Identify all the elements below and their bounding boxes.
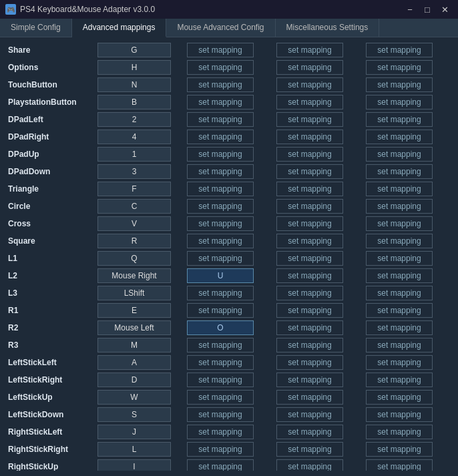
set-mapping-2-20[interactable]: set mapping [276, 390, 343, 405]
key-button-8[interactable]: F [97, 182, 171, 196]
set-mapping-1-3[interactable]: set mapping [187, 95, 254, 109]
key-button-14[interactable]: LShift [97, 286, 171, 300]
key-button-21[interactable]: S [97, 407, 171, 422]
set-mapping-1-2[interactable]: set mapping [187, 77, 254, 92]
tab-misc[interactable]: Miscellaneous Settings [276, 19, 380, 37]
set-mapping-3-10[interactable]: set mapping [366, 216, 433, 231]
set-mapping-3-2[interactable]: set mapping [366, 77, 433, 92]
set-mapping-1-6[interactable]: set mapping [187, 147, 254, 162]
set-mapping-1-19[interactable]: set mapping [187, 373, 254, 387]
set-mapping-3-3[interactable]: set mapping [366, 95, 433, 109]
key-button-11[interactable]: R [97, 234, 171, 248]
key-button-12[interactable]: Q [97, 251, 171, 266]
close-button[interactable]: ✕ [437, 3, 453, 15]
key-button-2[interactable]: N [97, 77, 171, 92]
set-mapping-1-5[interactable]: set mapping [187, 130, 254, 144]
set-mapping-3-24[interactable]: set mapping [366, 459, 433, 471]
key-button-10[interactable]: V [97, 216, 171, 231]
set-mapping-1-14[interactable]: set mapping [187, 286, 254, 300]
key-button-23[interactable]: L [97, 442, 171, 457]
set-mapping-2-7[interactable]: set mapping [276, 164, 343, 179]
set-mapping-3-4[interactable]: set mapping [366, 112, 433, 127]
set-mapping-3-9[interactable]: set mapping [366, 199, 433, 214]
tab-advanced[interactable]: Advanced mappings [72, 19, 167, 37]
set-mapping-3-19[interactable]: set mapping [366, 373, 433, 387]
key-button-22[interactable]: J [97, 425, 171, 439]
set-mapping-2-6[interactable]: set mapping [276, 147, 343, 162]
set-mapping-2-9[interactable]: set mapping [276, 199, 343, 214]
set-mapping-3-14[interactable]: set mapping [366, 286, 433, 300]
set-mapping-3-0[interactable]: set mapping [366, 43, 433, 57]
set-mapping-2-12[interactable]: set mapping [276, 251, 343, 266]
set-mapping-3-16[interactable]: set mapping [366, 320, 433, 335]
set-mapping-2-19[interactable]: set mapping [276, 373, 343, 387]
key-button-7[interactable]: 3 [97, 164, 171, 179]
set-mapping-2-14[interactable]: set mapping [276, 286, 343, 300]
set-mapping-3-23[interactable]: set mapping [366, 442, 433, 457]
tab-mouseAdv[interactable]: Mouse Advanced Config [166, 19, 275, 37]
set-mapping-2-13[interactable]: set mapping [276, 268, 343, 283]
set-mapping-1-7[interactable]: set mapping [187, 164, 254, 179]
set-mapping-3-21[interactable]: set mapping [366, 407, 433, 422]
set-mapping-2-11[interactable]: set mapping [276, 234, 343, 248]
key-button-9[interactable]: C [97, 199, 171, 214]
set-mapping-3-15[interactable]: set mapping [366, 303, 433, 318]
set-mapping-3-7[interactable]: set mapping [366, 164, 433, 179]
set-mapping-1-23[interactable]: set mapping [187, 442, 254, 457]
set-mapping-1-11[interactable]: set mapping [187, 234, 254, 248]
set-mapping-1-22[interactable]: set mapping [187, 425, 254, 439]
set-mapping-1-24[interactable]: set mapping [187, 459, 254, 471]
set-mapping-2-2[interactable]: set mapping [276, 77, 343, 92]
set-mapping-2-22[interactable]: set mapping [276, 425, 343, 439]
key-button-18[interactable]: A [97, 355, 171, 370]
maximize-button[interactable]: □ [419, 3, 435, 15]
key-button-0[interactable]: G [97, 43, 171, 57]
set-mapping-2-5[interactable]: set mapping [276, 130, 343, 144]
set-mapping-2-4[interactable]: set mapping [276, 112, 343, 127]
set-mapping-1-9[interactable]: set mapping [187, 199, 254, 214]
set-mapping-2-15[interactable]: set mapping [276, 303, 343, 318]
key-button-16[interactable]: Mouse Left [97, 320, 171, 335]
key-button-13[interactable]: Mouse Right [97, 268, 171, 283]
key-button-19[interactable]: D [97, 373, 171, 387]
set-mapping-1-17[interactable]: set mapping [187, 338, 254, 352]
set-mapping-3-22[interactable]: set mapping [366, 425, 433, 439]
key-button-6[interactable]: 1 [97, 147, 171, 162]
set-mapping-1-15[interactable]: set mapping [187, 303, 254, 318]
tab-simple[interactable]: Simple Config [0, 19, 72, 37]
set-mapping-3-18[interactable]: set mapping [366, 355, 433, 370]
set-mapping-3-13[interactable]: set mapping [366, 268, 433, 283]
set-mapping-3-8[interactable]: set mapping [366, 182, 433, 196]
set-mapping-3-1[interactable]: set mapping [366, 60, 433, 75]
set-mapping-1-8[interactable]: set mapping [187, 182, 254, 196]
set-mapping-2-16[interactable]: set mapping [276, 320, 343, 335]
set-mapping-2-23[interactable]: set mapping [276, 442, 343, 457]
set-mapping-1-18[interactable]: set mapping [187, 355, 254, 370]
set-mapping-1-0[interactable]: set mapping [187, 43, 254, 57]
set-mapping-2-1[interactable]: set mapping [276, 60, 343, 75]
set-mapping-3-11[interactable]: set mapping [366, 234, 433, 248]
set-mapping-3-12[interactable]: set mapping [366, 251, 433, 266]
key-button-24[interactable]: I [97, 459, 171, 471]
set-mapping-1-13[interactable]: U [187, 268, 254, 283]
set-mapping-3-5[interactable]: set mapping [366, 130, 433, 144]
set-mapping-2-17[interactable]: set mapping [276, 338, 343, 352]
key-button-4[interactable]: 2 [97, 112, 171, 127]
set-mapping-2-18[interactable]: set mapping [276, 355, 343, 370]
set-mapping-2-24[interactable]: set mapping [276, 459, 343, 471]
set-mapping-1-4[interactable]: set mapping [187, 112, 254, 127]
set-mapping-2-3[interactable]: set mapping [276, 95, 343, 109]
minimize-button[interactable]: − [402, 3, 418, 15]
key-button-20[interactable]: W [97, 390, 171, 405]
set-mapping-1-21[interactable]: set mapping [187, 407, 254, 422]
key-button-3[interactable]: B [97, 95, 171, 109]
set-mapping-1-16[interactable]: O [187, 320, 254, 335]
key-button-17[interactable]: M [97, 338, 171, 352]
set-mapping-1-10[interactable]: set mapping [187, 216, 254, 231]
key-button-15[interactable]: E [97, 303, 171, 318]
set-mapping-1-12[interactable]: set mapping [187, 251, 254, 266]
set-mapping-2-8[interactable]: set mapping [276, 182, 343, 196]
set-mapping-3-17[interactable]: set mapping [366, 338, 433, 352]
key-button-1[interactable]: H [97, 60, 171, 75]
set-mapping-2-0[interactable]: set mapping [276, 43, 343, 57]
